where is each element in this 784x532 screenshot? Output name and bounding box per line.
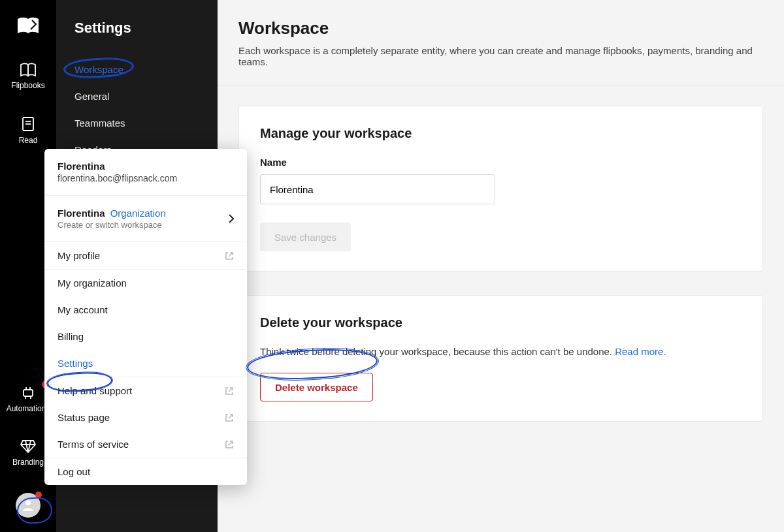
dropdown-item-label: Help and support	[57, 385, 132, 396]
dropdown-item-my-organization[interactable]: My organization	[44, 270, 247, 296]
dropdown-menu-list: My profile My organization My account Bi…	[44, 242, 247, 485]
app-logo[interactable]	[15, 14, 41, 37]
svg-rect-3	[24, 390, 33, 396]
external-link-icon	[225, 386, 234, 396]
dropdown-item-help-support[interactable]: Help and support	[44, 377, 247, 404]
rail-label: Automations	[7, 404, 50, 413]
external-link-icon	[225, 251, 234, 260]
dropdown-item-status-page[interactable]: Status page	[44, 404, 247, 431]
page-title: Workspace	[238, 18, 763, 39]
rail-label: Flipbooks	[11, 81, 44, 90]
dropdown-item-my-account[interactable]: My account	[44, 296, 247, 323]
save-changes-button[interactable]: Save changes	[260, 223, 351, 251]
card-heading: Manage your workspace	[260, 126, 742, 141]
account-avatar[interactable]	[16, 493, 41, 518]
person-icon	[21, 498, 35, 512]
sidebar-item-general[interactable]: General	[56, 83, 218, 110]
rail-label: Branding	[12, 458, 44, 467]
dropdown-item-label: My profile	[57, 250, 100, 261]
chevron-right-icon	[229, 214, 234, 223]
card-heading: Delete your workspace	[260, 315, 742, 330]
page-icon	[21, 116, 35, 132]
dropdown-user-email: florentina.boc@flipsnack.com	[57, 173, 234, 183]
name-field-label: Name	[260, 157, 742, 168]
external-link-icon	[225, 440, 234, 449]
external-link-icon	[225, 413, 234, 422]
delete-warning-text: Think twice before deleting your workspa…	[260, 346, 742, 357]
dropdown-item-billing[interactable]: Billing	[44, 323, 247, 350]
dropdown-workspace-name: Florentina	[57, 208, 105, 219]
dropdown-org-label: Organization	[110, 208, 166, 219]
sidebar-title: Settings	[56, 20, 218, 56]
dropdown-item-terms[interactable]: Terms of service	[44, 431, 247, 458]
dropdown-item-my-profile[interactable]: My profile	[44, 242, 247, 269]
dropdown-switch-text: Create or switch workspace	[57, 220, 166, 230]
page-subtitle: Each workspace is a completely separate …	[238, 45, 763, 67]
rail-item-flipbooks[interactable]: Flipbooks	[0, 63, 56, 90]
dropdown-item-label: My account	[57, 304, 108, 315]
robot-icon	[20, 384, 36, 400]
workspace-name-input[interactable]	[260, 174, 495, 204]
open-book-icon	[20, 63, 37, 77]
dropdown-item-label: Terms of service	[57, 439, 129, 450]
read-more-link[interactable]: Read more.	[615, 346, 666, 357]
dropdown-item-label: Status page	[57, 412, 110, 423]
account-dropdown: Florentina florentina.boc@flipsnack.com …	[44, 149, 247, 485]
dropdown-item-label: Log out	[57, 466, 90, 477]
sidebar-item-workspace[interactable]: Workspace	[56, 56, 218, 83]
rail-item-read[interactable]: Read	[0, 116, 56, 145]
dropdown-item-settings[interactable]: Settings	[44, 350, 247, 377]
dropdown-item-log-out[interactable]: Log out	[44, 458, 247, 485]
sidebar-item-teammates[interactable]: Teammates	[56, 110, 218, 136]
dropdown-item-label: My organization	[57, 277, 127, 289]
dropdown-item-label: Settings	[57, 358, 93, 369]
dropdown-user-section: Florentina florentina.boc@flipsnack.com	[44, 149, 247, 196]
diamond-icon	[20, 439, 36, 454]
book-logo-icon	[16, 16, 40, 35]
main-content: Workspace Each workspace is a completely…	[218, 0, 784, 532]
manage-workspace-card: Manage your workspace Name Save changes	[238, 106, 763, 272]
svg-point-4	[25, 500, 31, 505]
dropdown-item-label: Billing	[57, 331, 84, 342]
dropdown-user-name: Florentina	[57, 161, 234, 172]
delete-workspace-button[interactable]: Delete workspace	[260, 373, 373, 401]
page-header: Workspace Each workspace is a completely…	[218, 0, 784, 86]
notification-dot	[35, 492, 42, 498]
rail-label: Read	[19, 136, 38, 145]
delete-warning-body: Think twice before deleting your workspa…	[260, 346, 615, 357]
delete-workspace-card: Delete your workspace Think twice before…	[238, 295, 763, 422]
dropdown-workspace-switcher[interactable]: Florentina Organization Create or switch…	[44, 196, 247, 242]
